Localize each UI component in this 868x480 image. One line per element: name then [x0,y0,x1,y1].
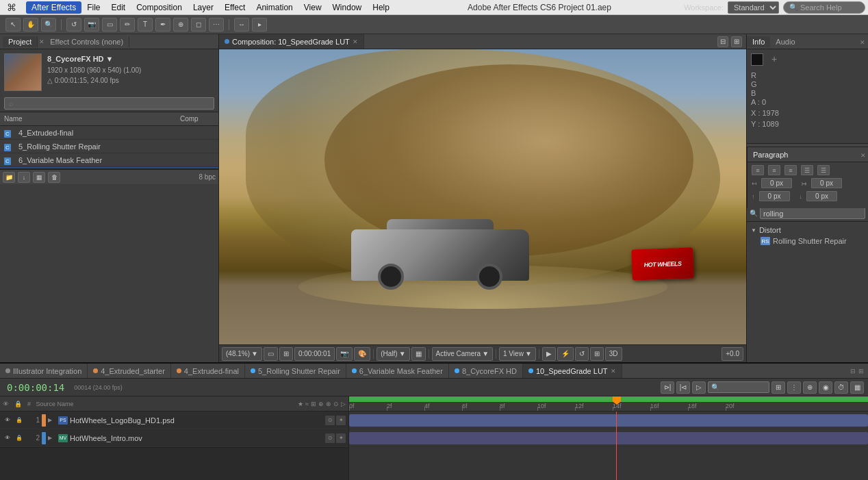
vc-active-camera[interactable]: Active Camera ▼ [432,347,493,361]
layer-expand-btn[interactable]: ▶ [48,435,56,441]
effects-rolling-shutter-item[interactable]: RS Rolling Shutter Repair [747,236,868,247]
file-item[interactable]: C 4_Extruded-final [0,126,218,140]
viewer-popout-btn[interactable]: ⊞ [731,36,742,47]
tl-btn-8[interactable]: ⏱ [834,381,848,394]
vc-zoom[interactable]: (48.1%) ▼ [222,347,262,361]
tl-expand-btn[interactable]: ⊞ [858,368,864,375]
menu-effect[interactable]: Effect [219,1,251,14]
tl-btn-2[interactable]: |⊲ [676,381,690,394]
vc-checkerboard[interactable]: ▦ [411,347,426,361]
file-item[interactable]: C 6_Variable Mask Feather [0,153,218,167]
layer-expand-btn[interactable]: ▶ [48,417,56,423]
tab-effect-controls[interactable]: Effect Controls (none) [44,36,129,47]
timeline-tab[interactable]: Illustrator Integration [0,364,88,378]
menu-edit[interactable]: Edit [105,1,131,14]
tool-3d[interactable]: ▸ [252,18,267,31]
tool-pen[interactable]: ✏ [120,18,135,31]
tool-rect[interactable]: ▭ [102,18,117,31]
tab-paragraph[interactable]: Paragraph [748,149,793,160]
tl-layer-search[interactable] [708,381,769,393]
tab-info[interactable]: Info [747,36,770,47]
effects-search-input[interactable] [760,207,865,219]
vc-3d[interactable]: 3D [605,347,622,361]
new-folder-btn[interactable]: 📁 [3,172,15,183]
tool-select[interactable]: ↖ [5,18,21,31]
tl-tab-close[interactable]: ✕ [611,368,616,375]
menu-view[interactable]: View [298,1,327,14]
tool-zoom[interactable]: 🔍 [41,18,56,31]
tl-btn-1[interactable]: ⊳| [661,381,674,394]
para-indent-left[interactable] [761,178,792,188]
timeline-tab[interactable]: 4_Extruded-final [171,364,245,378]
vc-plus-offset[interactable]: +0.0 [722,347,743,361]
workspace-dropdown[interactable]: Standard [728,1,779,14]
file-item[interactable]: C 5_Rolling Shutter Repair [0,140,218,153]
vc-grid-btn[interactable]: ⊞ [279,347,293,361]
comp-tab-active[interactable]: Composition: 10_SpeedGrade LUT ✕ [219,34,364,49]
timeline-tab[interactable]: 6_Variable Mask Feather [346,364,449,378]
timeline-bar-1[interactable] [349,414,868,427]
vc-snapshot[interactable]: 📷 [336,347,353,361]
vc-fast-preview[interactable]: ⚡ [557,347,574,361]
tool-stamp[interactable]: ⊕ [173,18,188,31]
tl-btn-9[interactable]: ▦ [850,381,864,394]
tool-eraser[interactable]: ◻ [191,18,206,31]
layer-lock[interactable]: 🔒 [14,416,24,425]
layer-solo[interactable]: ⊙ [325,433,335,443]
para-indent-right[interactable] [811,178,842,188]
layer-visibility[interactable]: 👁 [3,433,12,443]
para-panel-close[interactable]: ✕ [860,152,866,159]
vc-timecode[interactable]: 0:00:00:01 [294,347,335,361]
vc-region-btn[interactable]: ▭ [264,347,278,361]
para-justify[interactable]: ☰ [801,165,813,175]
tl-collapse-btn[interactable]: ⊟ [850,368,856,375]
import-btn[interactable]: ↓ [18,172,30,183]
tl-btn-7[interactable]: ◉ [819,381,832,394]
menu-app-name[interactable]: After Effects [26,1,81,14]
tool-text[interactable]: T [138,18,153,31]
layer-row[interactable]: 👁 🔒 2 ▶ MV HotWheels_Intro.mov ⊙ ✦ [0,429,348,447]
layer-visibility[interactable]: 👁 [3,416,12,425]
para-align-left[interactable]: ≡ [752,165,764,175]
menu-file[interactable]: File [81,1,105,14]
timeline-tab[interactable]: 10_SpeedGrade LUT ✕ [523,364,622,378]
para-space-after[interactable] [806,191,837,201]
vc-color[interactable]: 🎨 [354,347,370,361]
vc-reset[interactable]: ↺ [575,347,589,361]
para-justify-all[interactable]: ☰ [817,165,830,175]
layer-switch[interactable]: ✦ [336,416,346,425]
tab-project[interactable]: Project [3,36,38,47]
para-space-before[interactable] [759,191,790,201]
menu-composition[interactable]: Composition [131,1,188,14]
para-align-right[interactable]: ≡ [784,165,797,175]
tool-camera[interactable]: 📷 [84,18,99,31]
layer-switch[interactable]: ✦ [336,433,346,443]
tool-hand[interactable]: ✋ [23,18,38,31]
delete-btn[interactable]: 🗑 [48,172,60,183]
tool-brush[interactable]: ✒ [155,18,170,31]
project-tab-close[interactable]: ✕ [39,38,44,45]
tool-rotate[interactable]: ↺ [66,18,81,31]
timeline-bar-2[interactable] [349,432,868,444]
info-panel-close[interactable]: ✕ [860,39,865,46]
apple-menu[interactable]: ⌘ [3,2,21,13]
viewer-collapse-btn[interactable]: ⊟ [717,36,728,47]
comp-tab-close[interactable]: ✕ [353,38,358,45]
layer-solo[interactable]: ⊙ [325,416,335,425]
layer-lock[interactable]: 🔒 [14,433,24,443]
tool-puppet[interactable]: ⋯ [209,18,224,31]
menu-window[interactable]: Window [327,1,368,14]
search-help-box[interactable]: 🔍 Search Help [783,1,865,14]
project-search-input[interactable] [4,97,214,110]
para-align-center[interactable]: ≡ [768,165,780,175]
menu-help[interactable]: Help [367,1,395,14]
tl-btn-5[interactable]: ⋮ [787,381,801,394]
tool-snap[interactable]: ↔ [234,18,249,31]
tl-btn-3[interactable]: ▷ [692,381,706,394]
timeline-tab[interactable]: 8_CycoreFX HD [449,364,523,378]
menu-animation[interactable]: Animation [251,1,298,14]
layer-row[interactable]: 👁 🔒 1 ▶ PS HotWheels_LogoBug_HD1.psd ⊙ ✦ [0,412,348,429]
vc-layer-controls[interactable]: ⊞ [590,347,604,361]
effects-distort-category[interactable]: ▼ Distort [747,225,868,236]
timeline-tab[interactable]: 4_Extruded_starter [88,364,171,378]
